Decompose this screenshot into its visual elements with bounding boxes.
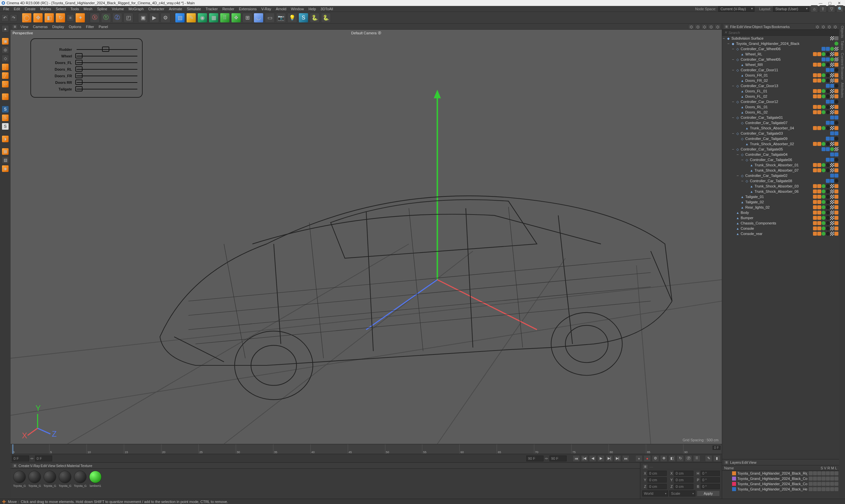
tag-icon[interactable] [813,73,817,77]
last-tool[interactable]: ✦ [75,13,85,23]
object-name[interactable]: Controller_Car_Tailgate06 [750,158,826,162]
tag-icon[interactable] [826,100,830,104]
playhead[interactable] [13,444,13,454]
point-mode[interactable]: ⋮ [2,64,9,71]
tag-icon[interactable] [834,195,839,199]
model-mode[interactable]: ▣ [2,38,9,45]
layer-name[interactable]: Toyota_Grand_Highlander_2024_Black_Rigge… [737,471,807,475]
tag-icon[interactable] [817,52,821,56]
tag-icon[interactable] [834,121,839,125]
object-name[interactable]: Controller_Car_Tailgate09 [745,137,826,141]
tag-icon[interactable] [834,205,839,209]
tag-icon[interactable] [822,211,826,215]
vpmenu-view[interactable]: View [18,24,30,29]
upload-icon[interactable]: ⇪ [819,5,827,13]
tag-icon[interactable] [830,232,834,236]
object-name[interactable]: Trunk_Shock_Absorber_04 [750,126,813,130]
tag-icon[interactable] [813,190,817,193]
tag-icon[interactable] [834,41,839,46]
tag-icon[interactable] [834,47,839,51]
rotate-tool[interactable]: ↻ [55,13,65,23]
tree-row[interactable]: ▲Tailgate_02 [722,199,839,205]
add-cube[interactable]: ▧ [175,13,185,23]
menu-volume[interactable]: Volume [110,6,126,12]
tag-icon[interactable] [826,168,830,172]
tag-icon[interactable] [822,221,826,225]
tag-icon[interactable] [813,211,817,215]
tag-icon[interactable] [822,163,826,167]
object-name[interactable]: Rear_lights_02 [745,205,813,209]
tag-icon[interactable] [834,115,839,120]
tag-icon[interactable] [830,137,834,141]
tag-icon[interactable] [834,190,839,193]
tree-row[interactable]: −◆Toyota_Grand_Highlander_2024_Black [722,41,839,46]
tree-toggle[interactable]: − [732,57,735,61]
snap-2d[interactable]: S [2,123,9,130]
key-rot[interactable]: ↻ [676,455,684,462]
tag-icon[interactable] [813,184,817,188]
menu-mesh[interactable]: Mesh [82,6,94,12]
tag-icon[interactable] [826,94,830,98]
tag-icon[interactable] [826,147,830,151]
redo-button[interactable]: ↷ [10,14,17,21]
object-name[interactable]: Doors_RL_02 [745,110,813,114]
rig-handle-icon[interactable]: ↔ [75,66,83,72]
menu-arnold[interactable]: Arnold [274,6,288,12]
tag-icon[interactable] [822,190,826,193]
window-minimize[interactable]: — [816,0,825,6]
object-name[interactable]: Controller_Car_Tailgate03 [741,131,830,135]
tag-icon[interactable] [834,68,839,72]
tree-row[interactable]: ▲Chassis_Components [722,220,839,226]
sidetab-takes[interactable]: Takes [840,41,844,50]
timeline-ruler[interactable]: 0510152025303540455055606570758085900 F [11,444,722,454]
tree-toggle[interactable]: − [741,179,744,183]
rig-handle-icon[interactable]: ↔ [75,73,83,78]
tag-icon[interactable] [817,195,821,199]
sidetab-content-browser[interactable]: Content Browser [840,53,844,80]
tag-icon[interactable] [826,227,830,230]
tag-icon[interactable] [822,168,826,172]
tag-icon[interactable] [830,115,834,120]
tree-row[interactable]: ▲Bumper [722,215,839,220]
tag-icon[interactable] [834,147,839,151]
menu-mograph[interactable]: MoGraph [126,6,146,12]
menu-window[interactable]: Window [289,6,306,12]
tag-icon[interactable] [826,195,830,199]
tree-row[interactable]: ▲Body [722,210,839,215]
tree-toggle[interactable]: − [732,131,735,135]
tag-icon[interactable] [817,110,821,114]
material-item[interactable]: Toyota_G [73,471,87,497]
ommenu-bookmarks[interactable]: Bookmarks [771,25,790,29]
layer-flag-icon[interactable] [834,482,839,486]
tag-icon[interactable] [834,216,839,220]
tree-row[interactable]: ▲Console_rear [722,231,839,236]
tree-toggle[interactable]: − [732,115,735,120]
add-environment[interactable]: ◡ [253,13,264,23]
add-spline[interactable]: ✎ [186,13,196,23]
layer-flag-icon[interactable] [834,471,839,475]
menu-select[interactable]: Select [54,6,68,12]
tree-row[interactable]: ▲Trunk_Shock_Absorber_04 [722,125,839,131]
tag-icon[interactable] [830,184,834,188]
object-name[interactable]: Trunk_Shock_Absorber_06 [755,190,813,193]
tree-row[interactable]: −◇Controller_Car_Tailgate03 [722,131,839,136]
menu-animate[interactable]: Animate [167,6,184,12]
tag-icon[interactable] [830,84,834,88]
tag-icon[interactable] [826,110,830,114]
tree-row[interactable]: −◇Controller_Car_Tailgate06 [722,157,839,162]
tag-icon[interactable] [830,89,834,93]
menu-extensions[interactable]: Extensions [237,6,259,12]
layer-color-icon[interactable] [732,471,736,475]
tree-row[interactable]: ▲Trunk_Shock_Absorber_01 [722,162,839,168]
menu-help[interactable]: Help [306,6,318,12]
tree-toggle[interactable]: − [722,36,725,40]
pos-x[interactable]: 0 cm [648,471,667,476]
tag-icon[interactable] [826,190,830,193]
layer-flag-icon[interactable] [822,476,826,481]
tag-icon[interactable] [817,94,821,98]
size-z[interactable]: 0 cm [674,484,693,489]
tree-toggle[interactable]: − [736,174,739,178]
layer-flag-icon[interactable] [817,476,821,481]
tag-icon[interactable] [830,158,834,162]
tag-icon[interactable] [817,211,821,215]
